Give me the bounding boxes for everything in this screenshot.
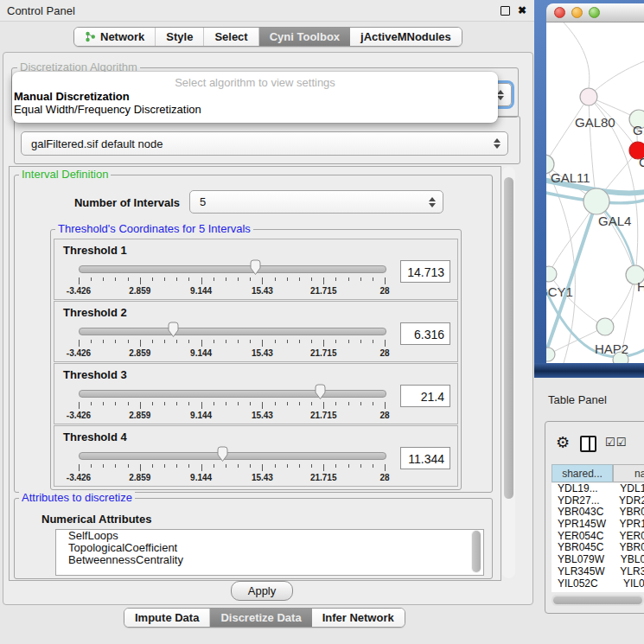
node-label: H [637,279,644,294]
table-hscrollbar[interactable] [552,595,644,606]
node-label: GAL80 [575,115,615,130]
slider-scale: -3.4262.8599.14415.4321.71528 [79,286,385,295]
threshold-slider[interactable]: -3.4262.8599.14415.4321.71528 [75,383,388,418]
threshold-slider[interactable]: -3.4262.8599.14415.4321.71528 [75,445,388,480]
tab-network[interactable]: Network [74,28,156,46]
network-node[interactable] [580,88,597,105]
slider-thumb[interactable] [314,384,327,400]
list-item[interactable]: BetweennessCentrality [56,554,483,566]
table-data-value: galFiltered.sif default node [22,137,490,150]
gear-icon[interactable]: ⚙ [556,433,570,452]
num-intervals-value: 5 [190,195,425,208]
threshold-slider[interactable]: -3.4262.8599.14415.4321.71528 [75,258,388,293]
zoom-traffic-light-icon[interactable] [589,7,600,18]
num-intervals-label: Number of Intervals [52,196,180,209]
slider-thumb[interactable] [249,259,262,276]
threshold-value-field[interactable]: 11.344 [400,447,450,469]
tab-discretize-data[interactable]: Discretize Data [210,609,311,627]
node-label: GCY1 [546,284,573,299]
threshold-value-field[interactable]: 21.4 [400,385,450,407]
algorithm-dropdown-popup: Select algorithm to view settings Manual… [12,72,498,123]
slider-scale: -3.4262.8599.14415.4321.71528 [79,473,385,481]
network-node[interactable] [546,266,557,282]
tab-select[interactable]: Select [204,28,258,46]
threshold-value-field[interactable]: 6.316 [400,322,450,345]
node-label: GAL4 [598,214,631,228]
network-window-titlebar[interactable] [546,3,644,22]
threshold-row: Threshold 2 -3.4262.8599.14415.4321.7152… [54,301,458,362]
list-item[interactable]: SelfLoops [56,530,483,542]
network-view[interactable]: GAL80 G. C GAL11 GAL4 GCY1 H HAP2 [546,22,644,363]
tab-infer-network[interactable]: Infer Network [312,609,405,627]
slider-thumb[interactable] [167,322,180,338]
table-row[interactable]: YPR145WYPR1 [552,519,644,531]
dropdown-prompt: Select algorithm to view settings [12,72,498,90]
threshold-row: Threshold 3 -3.4262.8599.14415.4321.7152… [54,363,458,424]
slider-thumb[interactable] [216,446,229,462]
table-panel-title: Table Panel [548,393,607,406]
tab-cyni-toolbox[interactable]: Cyni Toolbox [259,28,350,46]
apply-button[interactable]: Apply [231,581,293,601]
column-header-name[interactable]: name [613,464,644,482]
table-row[interactable]: YDR27...YDR2 [552,495,644,507]
node-label: C [639,155,644,169]
combo-stepper-icon [425,197,443,207]
tab-jactivemnodules[interactable]: jActiveMNodules [350,28,462,46]
table-row[interactable]: YBR045CYBR0 [552,542,644,554]
threshold-row: Threshold 1 -3.4262.8599.14415.4321.7152… [54,239,458,300]
network-icon [85,31,96,42]
list-item[interactable]: TopologicalCoefficient [56,542,483,554]
attributes-list[interactable]: SelfLoops TopologicalCoefficient Between… [55,529,484,576]
control-panel-titlebar: Control Panel ✖ [0,0,534,22]
table-row[interactable]: YER054CYER0 [552,531,644,543]
column-header-shared[interactable]: shared... [552,464,613,482]
dropdown-option-equal-width[interactable]: Equal Width/Frequency Discretization [12,103,498,116]
threshold-slider[interactable]: -3.4262.8599.14415.4321.71528 [75,321,388,355]
slider-scale: -3.4262.8599.14415.4321.71528 [79,348,385,357]
interval-definition-label: Interval Definition [19,169,111,181]
network-node[interactable] [596,318,614,335]
table-data-combobox[interactable]: galFiltered.sif default node [21,131,508,156]
node-label: G. [633,123,644,137]
combo-stepper-icon [490,138,507,149]
panel-scrollbar[interactable] [502,167,515,578]
checkbox-columns-icon[interactable]: ☑☑ [605,436,627,449]
thresholds-group-label: Threshold's Coordinates for 5 Intervals [55,223,253,235]
minimize-traffic-light-icon[interactable] [571,7,583,18]
network-node[interactable] [583,188,609,214]
float-window-icon[interactable] [500,5,510,16]
threshold-value-field[interactable]: 14.713 [400,260,450,283]
close-traffic-light-icon[interactable] [554,7,565,18]
tab-impute-data[interactable]: Impute Data [124,609,210,627]
node-label: HAP2 [595,341,628,356]
attributes-list-scrollbar[interactable] [471,530,481,573]
network-node[interactable] [546,348,555,361]
threshold-row: Threshold 4 -3.4262.8599.14415.4321.7152… [54,425,458,487]
panel-title: Control Panel [0,4,500,17]
table-row[interactable]: YIL052CYIL0 [552,578,644,590]
split-columns-icon[interactable] [580,436,596,452]
screen: Control Panel ✖ Network Style Select Cyn… [0,0,644,644]
dropdown-option-manual[interactable]: Manual Discretization [12,90,498,103]
panel-scrollbar-thumb[interactable] [504,177,513,499]
table-hscrollbar-thumb[interactable] [553,596,642,604]
table-row[interactable]: YDL19...YDL1 [552,483,644,495]
tab-style[interactable]: Style [156,28,204,46]
table-row[interactable]: YBL079WYBL0 [552,554,644,566]
slider-scale: -3.4262.8599.14415.4321.71528 [79,411,385,419]
table-row[interactable]: YBR043CYBR0 [552,507,644,519]
close-icon[interactable]: ✖ [517,5,527,16]
attributes-list-scrollbar-thumb[interactable] [472,531,481,572]
numerical-attributes-label: Numerical Attributes [41,513,151,526]
network-window-frame-bottom [534,363,644,378]
top-tabbar: Network Style Select Cyni Toolbox jActiv… [73,27,462,47]
num-intervals-combobox[interactable]: 5 [189,190,443,214]
attributes-group-label: Attributes to discretize [19,492,135,504]
node-label: GAL11 [551,170,590,185]
bottom-tabbar: Impute Data Discretize Data Infer Networ… [124,608,405,628]
table-row[interactable]: YLR345WYLR3 [552,566,644,578]
table-rows: YDL19...YDL1 YDR27...YDR2 YBR043CYBR0 YP… [552,483,644,592]
